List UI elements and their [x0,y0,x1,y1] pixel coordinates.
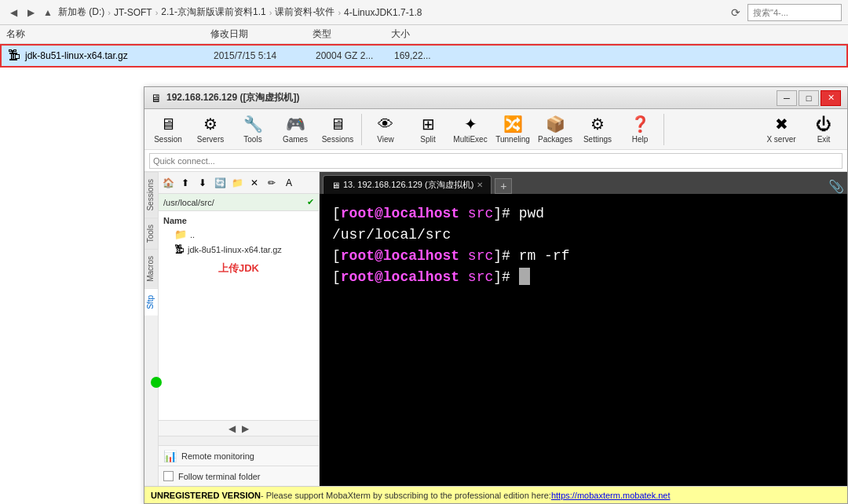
view-icon: 👁 [378,115,393,133]
toolbar-games[interactable]: 🎮 Games [275,111,316,148]
refresh-button[interactable]: ⟳ [727,4,744,21]
terminal-line-3: [root@localhost src]# rm -rf [332,246,835,267]
minimize-button[interactable]: ─ [777,90,797,106]
terminal-area: 🖥 13. 192.168.126.129 (京淘虚拟机) ✕ + 📎 [roo… [320,172,847,486]
toolbar-packages[interactable]: 📦 Packages [535,111,576,148]
side-tabs: Sessions Tools Macros Sftp [144,172,159,486]
toolbar-view[interactable]: 👁 View [365,111,406,148]
toolbar-help[interactable]: ❓ Help [620,111,660,148]
file-row[interactable]: 🗜 jdk-8u51-linux-x64.tar.gz 2015/7/15 5:… [0,44,848,68]
close-button[interactable]: ✕ [821,90,841,106]
tree-item-dotdot[interactable]: 📁 .. [159,227,319,242]
toolbar-sep-1 [361,114,362,145]
col-size-header: 大小 [391,27,454,41]
session-label: Session [154,135,182,144]
terminal-cursor [519,268,530,285]
maximize-button[interactable]: □ [799,90,819,106]
sftp-rename-btn[interactable]: ✏ [264,175,280,191]
folder-icon: 📁 [174,228,187,240]
address-part-4[interactable]: 课前资料-软件 [275,5,334,19]
quickconnect-input[interactable] [149,153,843,169]
up-button[interactable]: ▲ [41,5,55,20]
pwd-output: /usr/local/src [332,225,835,246]
settings-label: Settings [583,135,612,144]
toolbar-servers[interactable]: ⚙ Servers [190,111,231,148]
toolbar-tunneling[interactable]: 🔀 Tunneling [492,111,533,148]
tab-attach-icon[interactable]: 📎 [828,179,844,194]
sftp-path-bar: /usr/local/src/ ✔ [159,194,319,211]
address-part-3[interactable]: 2.1-京淘新版课前资料1.1 [161,5,265,19]
nav-left-btn[interactable]: ◀ [228,423,236,434]
xserver-label: X server [766,135,795,144]
upload-label: 上传JDK [159,257,319,279]
follow-terminal-checkbox[interactable] [163,471,174,481]
sftp-current-path: /usr/local/src/ [163,198,214,207]
quickconnect-bar [144,150,847,172]
search-input[interactable] [747,4,842,21]
tab-add-btn[interactable]: + [495,178,512,194]
nav-right-btn[interactable]: ▶ [242,423,249,434]
multiexec-label: MultiExec [453,135,487,144]
rm-label: Remote monitoring [181,451,254,461]
sessions-icon: 🖥 [330,115,345,133]
toolbar-settings[interactable]: ⚙ Settings [577,111,618,148]
col-name-header: 名称 [6,27,210,41]
path-check-icon: ✔ [307,197,314,207]
main-area: Sessions Tools Macros Sftp 🏠 ⬆ ⬇ 🔄 📁 ✕ ✏… [144,172,847,486]
view-label: View [377,135,394,144]
side-tab-macros[interactable]: Macros [144,249,158,288]
toolbar-sep-2 [663,114,664,145]
terminal-tab-1[interactable]: 🖥 13. 192.168.126.129 (京淘虚拟机) ✕ [323,175,492,194]
sftp-panel: 🏠 ⬆ ⬇ 🔄 📁 ✕ ✏ A /usr/local/src/ ✔ Name [159,172,320,486]
side-tab-sftp[interactable]: Sftp [144,288,158,316]
terminal-line-2: /usr/local/src [332,225,835,246]
sftp-delete-btn[interactable]: ✕ [247,175,262,191]
address-path: 新加卷 (D:) › JT-SOFT › 2.1-京淘新版课前资料1.1 › 课… [58,5,724,19]
split-icon: ⊞ [422,115,435,133]
tab-bar: 🖥 13. 192.168.126.129 (京淘虚拟机) ✕ + 📎 [320,172,847,194]
toolbar-exit[interactable]: ⏻ Exit [803,111,844,148]
sftp-home-btn[interactable]: 🏠 [160,175,176,191]
address-part-1[interactable]: 新加卷 (D:) [58,5,104,19]
address-part-5[interactable]: 4-LinuxJDK1.7-1.8 [344,7,422,18]
toolbar-xserver[interactable]: ✖ X server [761,111,802,148]
sftp-toolbar: 🏠 ⬆ ⬇ 🔄 📁 ✕ ✏ A [159,172,319,194]
file-size: 169,22... [394,50,457,61]
packages-icon: 📦 [546,115,565,133]
status-link[interactable]: https://mobaxterm.mobatek.net [551,491,671,500]
side-tab-sessions[interactable]: Sessions [144,172,158,217]
back-button[interactable]: ◀ [6,5,20,20]
sep-3: › [269,8,272,17]
help-label: Help [632,135,649,144]
sessions-label: Sessions [322,135,354,144]
tree-item-jdk[interactable]: 🗜 jdk-8u51-linux-x64.tar.gz [159,242,319,257]
sftp-upload-btn[interactable]: ⬆ [177,175,193,191]
sftp-refresh-btn[interactable]: 🔄 [212,175,228,191]
sep-2: › [155,8,159,17]
sftp-scrollbar-h[interactable] [159,436,319,445]
window-icon: 🖥 [151,92,162,104]
status-bar: UNREGISTERED VERSION - Please support Mo… [144,486,847,503]
help-icon: ❓ [631,115,650,133]
terminal-line-4: [root@localhost src]# [332,267,835,288]
sftp-text-btn[interactable]: A [281,175,297,191]
status-message: - Please support MobaXterm by subscribin… [261,491,551,500]
toolbar-multiexec[interactable]: ✦ MultiExec [450,111,491,148]
sftp-download-btn[interactable]: ⬇ [195,175,210,191]
side-tab-tools[interactable]: Tools [144,217,158,249]
tree-name-col: Name [163,216,187,225]
toolbar-tools[interactable]: 🔧 Tools [232,111,273,148]
address-bar: ◀ ▶ ▲ 新加卷 (D:) › JT-SOFT › 2.1-京淘新版课前资料1… [0,0,848,25]
tab-close-btn[interactable]: ✕ [477,181,483,189]
toolbar-split[interactable]: ⊞ Split [408,111,448,148]
toolbar-sessions[interactable]: 🖥 Sessions [317,111,358,148]
file-icon: 🗜 [8,49,20,63]
forward-button[interactable]: ▶ [24,5,38,20]
address-part-2[interactable]: JT-SOFT [114,7,152,18]
toolbar-session[interactable]: 🖥 Session [148,111,188,148]
column-headers: 名称 修改日期 类型 大小 [0,25,848,44]
remote-monitoring-btn[interactable]: 📊 Remote monitoring [159,445,319,466]
split-label: Split [420,135,435,144]
sftp-newfolder-btn[interactable]: 📁 [229,175,245,191]
terminal-content[interactable]: [root@localhost src]# pwd /usr/local/src… [320,194,847,486]
